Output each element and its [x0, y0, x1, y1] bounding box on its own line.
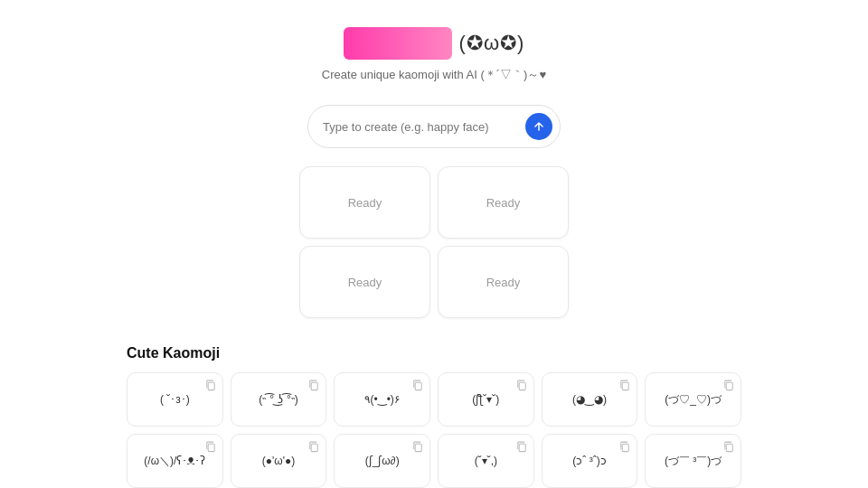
kaomoji-card-1-4[interactable]: (ʃƪ˘▾˘) — [438, 372, 534, 427]
copy-icon — [204, 379, 217, 391]
cute-kaomoji-section: Cute Kaomoji ( ˘･з･) (˵ ͡° ͜ʖ ͡°˵) — [127, 345, 741, 488]
copy-icon — [307, 379, 320, 391]
copy-icon — [307, 440, 320, 453]
header: (✪ω✪) Create unique kaomoji with AI (＊´▽… — [322, 27, 546, 83]
ready-card-2[interactable]: Ready — [438, 166, 569, 239]
kaomoji-card-1-1[interactable]: ( ˘･з･) — [127, 372, 223, 427]
search-container — [307, 105, 561, 148]
logo-bar — [344, 27, 452, 60]
kaomoji-card-2-6[interactable]: (づ￣ ³￣)づ — [645, 434, 741, 488]
ready-card-3[interactable]: Ready — [299, 246, 430, 318]
kaomoji-card-2-5[interactable]: (ɔˆ ³ˆ)ɔ — [542, 434, 638, 488]
ready-card-1[interactable]: Ready — [299, 166, 430, 239]
kaomoji-card-1-6[interactable]: (づ♡_♡)づ — [645, 372, 741, 427]
kaomoji-card-1-2[interactable]: (˵ ͡° ͜ʖ ͡°˵) — [231, 372, 327, 427]
copy-icon — [722, 379, 735, 391]
copy-icon — [722, 440, 735, 453]
svg-rect-4 — [623, 382, 629, 389]
copy-icon — [515, 379, 528, 391]
search-submit-button[interactable] — [525, 113, 552, 140]
kaomoji-card-2-2[interactable]: (●'ω'●) — [231, 434, 327, 488]
kaomoji-card-1-5[interactable]: (◕‿◕) — [542, 372, 638, 427]
logo-emoji: (✪ω✪) — [459, 32, 525, 55]
copy-icon — [204, 440, 217, 453]
svg-rect-1 — [312, 382, 318, 389]
kaomoji-card-2-3[interactable]: (ʃ_ʃω∂) — [334, 434, 430, 488]
copy-icon — [618, 379, 631, 391]
svg-rect-11 — [726, 444, 732, 451]
svg-rect-7 — [312, 444, 318, 451]
copy-icon — [411, 379, 424, 391]
svg-rect-9 — [519, 444, 525, 451]
svg-rect-10 — [623, 444, 629, 451]
page-wrapper: (✪ω✪) Create unique kaomoji with AI (＊´▽… — [0, 0, 868, 488]
section-title-cute: Cute Kaomoji — [127, 345, 741, 361]
arrow-up-icon — [533, 120, 545, 133]
search-input[interactable] — [323, 120, 525, 134]
kaomoji-row-1: ( ˘･з･) (˵ ͡° ͜ʖ ͡°˵) ٩(•‿•)۶ — [127, 372, 741, 427]
copy-icon — [618, 440, 631, 453]
kaomoji-row-2: (/ω＼)/ʕ･ᴥ･ʔ (●'ω'●) (ʃ_ʃω∂) — [127, 434, 741, 488]
svg-rect-5 — [726, 382, 732, 389]
logo-row: (✪ω✪) — [344, 27, 525, 60]
kaomoji-card-2-4[interactable]: (˘▾˘,) — [438, 434, 534, 488]
tagline: Create unique kaomoji with AI (＊´▽｀)～♥ — [322, 67, 546, 83]
copy-icon — [515, 440, 528, 453]
ready-card-4[interactable]: Ready — [438, 246, 569, 318]
kaomoji-card-2-1[interactable]: (/ω＼)/ʕ･ᴥ･ʔ — [127, 434, 223, 488]
svg-rect-6 — [208, 444, 214, 451]
kaomoji-card-1-3[interactable]: ٩(•‿•)۶ — [334, 372, 430, 427]
cards-grid: Ready Ready Ready Ready — [299, 166, 569, 318]
svg-rect-8 — [415, 444, 421, 451]
svg-rect-3 — [519, 382, 525, 389]
svg-rect-0 — [208, 382, 214, 389]
svg-rect-2 — [415, 382, 421, 389]
copy-icon — [411, 440, 424, 453]
